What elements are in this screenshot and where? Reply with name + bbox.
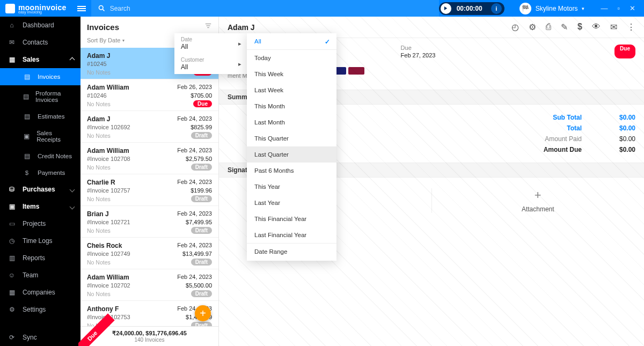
- invoice-list-item[interactable]: Adam WilliamFeb 26, 2023#10246$705.00No …: [80, 79, 218, 111]
- play-icon[interactable]: [441, 3, 451, 14]
- companies-icon: ▦: [8, 289, 16, 296]
- company-selector[interactable]: 🏁 Skyline Motors ▾: [512, 3, 592, 14]
- topbar: mooninvoice easy invoicing 00:00:00 i 🏁 …: [0, 0, 644, 17]
- menu-icon[interactable]: [72, 5, 91, 12]
- sidebar-item-payments[interactable]: $Payments: [0, 165, 80, 181]
- estimates-icon: ▤: [23, 113, 31, 120]
- date-option[interactable]: This Financial Year: [247, 211, 336, 227]
- info-icon[interactable]: i: [491, 3, 502, 14]
- svg-point-0: [99, 6, 103, 10]
- history-icon[interactable]: ◴: [511, 22, 519, 32]
- sidebar-item-companies[interactable]: ▦Companies: [0, 284, 80, 301]
- date-option[interactable]: Last Week: [247, 82, 336, 98]
- add-invoice-button[interactable]: +: [195, 305, 211, 321]
- close-button[interactable]: ✕: [630, 4, 635, 12]
- date-option[interactable]: This Year: [247, 179, 336, 195]
- invoice-list-item[interactable]: Adam WilliamFeb 24, 2023#Invoice 102708$…: [80, 143, 218, 174]
- print-icon[interactable]: ⎙: [546, 22, 551, 32]
- settings-icon: ⚙: [8, 306, 16, 313]
- sidebar-item-projects[interactable]: ▭Projects: [0, 215, 80, 232]
- date-option[interactable]: Last Quarter: [247, 146, 336, 163]
- settings-icon[interactable]: ⚙: [529, 22, 536, 32]
- maximize-button[interactable]: ▫: [617, 4, 620, 12]
- search-input[interactable]: [110, 5, 433, 12]
- preview-icon[interactable]: 👁: [592, 22, 601, 32]
- items-icon: ▣: [8, 203, 16, 210]
- due-ribbon: Due: [78, 311, 116, 346]
- sidebar-item-estimates[interactable]: ▤Estimates: [0, 108, 80, 125]
- date-option[interactable]: This Quarter: [247, 130, 336, 146]
- email-icon[interactable]: ✉: [610, 22, 617, 32]
- attachment-column[interactable]: + Attachment: [431, 188, 645, 213]
- logo-icon: [5, 4, 15, 13]
- search-bar[interactable]: [91, 0, 439, 17]
- sidebar-item-sales[interactable]: ▦Sales: [0, 51, 80, 68]
- date-option[interactable]: Past 6 Months: [247, 163, 336, 179]
- minimize-button[interactable]: —: [601, 4, 608, 12]
- sidebar: ⌂Dashboard✉Contacts▦Sales▤Invoices▤Profo…: [0, 17, 80, 346]
- payment-icon[interactable]: $: [577, 22, 582, 32]
- purchases-icon: ⛁: [8, 186, 16, 193]
- payment-chip[interactable]: [348, 67, 364, 75]
- date-option[interactable]: Today: [247, 50, 336, 66]
- sidebar-item-reports[interactable]: ▥Reports: [0, 249, 80, 267]
- timer-widget[interactable]: 00:00:00 i: [439, 2, 504, 15]
- search-icon: [98, 4, 106, 12]
- sidebar-item-contacts[interactable]: ✉Contacts: [0, 34, 80, 51]
- sidebar-item-items[interactable]: ▣Items: [0, 198, 80, 215]
- reports-icon: ▥: [8, 254, 16, 262]
- detail-customer: Adam J: [228, 23, 255, 32]
- chevron-down-icon: ▾: [582, 6, 584, 11]
- list-title: Invoices: [87, 23, 119, 32]
- invoice-list-item[interactable]: Adam JFeb 24, 2023#Invoice 102692$825.99…: [80, 111, 218, 143]
- chevron-down-icon: ▾: [122, 38, 125, 43]
- status-badge: Due: [193, 100, 212, 107]
- plus-icon: +: [432, 188, 645, 202]
- sidebar-item-timelogs[interactable]: ◷Time Logs: [0, 232, 80, 249]
- svg-line-1: [103, 9, 104, 11]
- invoices-icon: ▤: [23, 73, 31, 80]
- sidebar-item-settings[interactable]: ⚙Settings: [0, 301, 80, 318]
- receipts-icon: ▣: [23, 132, 30, 140]
- proforma-icon: ▤: [23, 93, 29, 100]
- edit-icon[interactable]: ✎: [561, 22, 568, 32]
- date-option[interactable]: Last Financial Year: [247, 227, 336, 243]
- team-icon: ☺: [8, 271, 16, 279]
- date-option[interactable]: Last Year: [247, 195, 336, 211]
- filter-field-date[interactable]: DateAll: [174, 33, 247, 54]
- sidebar-item-credit-notes[interactable]: ▤Credit Notes: [0, 148, 80, 165]
- more-icon[interactable]: ⋮: [627, 22, 635, 32]
- contacts-icon: ✉: [8, 39, 16, 46]
- logo[interactable]: mooninvoice easy invoicing: [0, 3, 72, 14]
- date-option[interactable]: This Month: [247, 98, 336, 114]
- invoice-list-item[interactable]: Charlie RFeb 24, 2023#Invoice 102757$199…: [80, 174, 218, 206]
- invoice-list-item[interactable]: Adam WilliamFeb 24, 2023#Invoice 102702$…: [80, 269, 218, 301]
- filter-icon[interactable]: [204, 22, 212, 32]
- filter-field-customer[interactable]: CustomerAll: [174, 54, 247, 74]
- sync-icon: ⟳: [8, 334, 16, 341]
- timer-value: 00:00:00: [457, 5, 486, 12]
- sidebar-item-dashboard[interactable]: ⌂Dashboard: [0, 17, 80, 34]
- date-option[interactable]: Date Range: [247, 244, 336, 260]
- company-avatar-icon: 🏁: [519, 3, 531, 14]
- sidebar-item-sync[interactable]: ⟳Sync: [0, 329, 80, 346]
- date-option[interactable]: This Week: [247, 66, 336, 82]
- sales-icon: ▦: [8, 56, 16, 63]
- invoice-list-item[interactable]: Brian JFeb 24, 2023#Invoice 102721$7,499…: [80, 206, 218, 238]
- status-badge: Draft: [191, 322, 212, 326]
- status-badge: Draft: [191, 259, 212, 266]
- status-badge: Draft: [191, 164, 212, 171]
- status-badge: Draft: [191, 195, 212, 202]
- status-badge: Draft: [191, 290, 212, 297]
- status-badge: Due: [614, 45, 635, 58]
- sidebar-item-team[interactable]: ☺Team: [0, 267, 80, 284]
- sidebar-item-purchases[interactable]: ⛁Purchases: [0, 181, 80, 198]
- date-option[interactable]: Last Month: [247, 114, 336, 130]
- date-option[interactable]: All: [247, 33, 336, 49]
- detail-toolbar: ◴ ⚙ ⎙ ✎ $ 👁 ✉ ⋮: [511, 22, 635, 32]
- sidebar-item-invoices[interactable]: ▤Invoices: [0, 68, 80, 85]
- date-filter-popover: AllTodayThis WeekLast WeekThis MonthLast…: [247, 33, 336, 261]
- invoice-list-item[interactable]: Cheis RockFeb 24, 2023#Invoice 102749$13…: [80, 238, 218, 269]
- sidebar-item-receipts[interactable]: ▣Sales Receipts: [0, 125, 80, 148]
- sidebar-item-proforma[interactable]: ▤Proforma Invoices: [0, 85, 80, 108]
